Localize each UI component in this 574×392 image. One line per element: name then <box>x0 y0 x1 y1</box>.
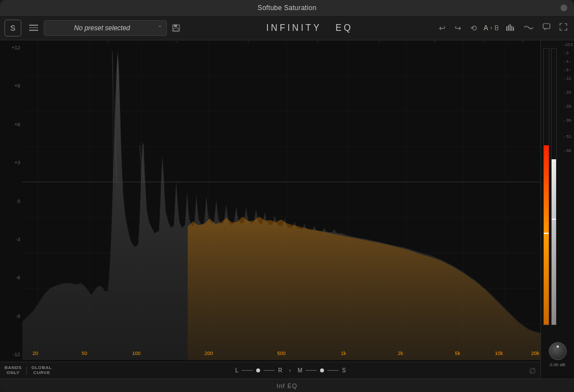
svg-text:+: + <box>247 40 250 45</box>
freq-label-200: 200 <box>205 351 213 356</box>
db-label-12: +12 <box>0 45 22 50</box>
svg-rect-2 <box>174 28 178 31</box>
vu-scale-0: - 0 <box>564 51 573 55</box>
lr-ms-controls: L R › M S <box>57 367 525 373</box>
preset-selector[interactable]: No preset selected ⌃ <box>44 20 167 36</box>
bands-only-label2: ONLY <box>7 371 20 376</box>
eq-display[interactable]: +12 +9 +6 +3 0 -3 -6 -9 -12 <box>0 40 540 379</box>
spectrum-canvas: + + + + + + + + <box>22 40 540 360</box>
ab-b-label: B <box>494 24 499 32</box>
window-frame: Softube Saturation S No preset selected … <box>0 0 574 392</box>
expand-button[interactable] <box>557 22 570 34</box>
vu-peak-right <box>552 219 557 220</box>
freq-label-50: 50 <box>82 351 87 356</box>
title-bar: Softube Saturation <box>0 0 574 16</box>
svg-text:+: + <box>106 40 109 45</box>
undo-button[interactable]: ↩ <box>437 22 448 34</box>
window-title: Softube Saturation <box>258 4 317 12</box>
ab-arrow-icon: › <box>490 25 492 31</box>
ab-a-label: A <box>484 24 488 32</box>
ms-line-left <box>305 370 317 371</box>
stereo-button[interactable] <box>521 22 536 34</box>
global-curve-button[interactable]: GLOBAL CURVE <box>31 366 52 376</box>
svg-text:+: + <box>378 40 381 45</box>
toolbar-right: ↩ ↪ ⟲ A › B <box>437 22 570 34</box>
db-label-m9: -9 <box>0 313 22 319</box>
vu-bar-right <box>551 48 557 325</box>
svg-text:+: + <box>433 40 436 45</box>
svg-text:+: + <box>316 40 320 45</box>
lr-line-right <box>263 370 275 371</box>
freq-label-20: 20 <box>33 351 38 356</box>
ms-line-right <box>327 370 339 371</box>
db-label-6: +6 <box>0 122 22 127</box>
preset-arrow-icon: ⌃ <box>158 25 162 31</box>
plugin-name-bottom: Inf EQ <box>276 382 297 389</box>
db-label-3: +3 <box>0 160 22 165</box>
freq-label-5k: 5k <box>455 351 460 356</box>
vu-fill-left <box>544 145 549 325</box>
ms-s-label: S <box>342 367 346 373</box>
bands-only-button[interactable]: BANDS ONLY <box>4 366 22 376</box>
analyzer-button[interactable] <box>503 22 517 34</box>
bottom-divider1 <box>26 366 27 375</box>
freq-label-500: 500 <box>277 351 285 356</box>
save-button[interactable] <box>169 21 183 35</box>
vu-peak-left <box>544 233 549 234</box>
preset-name: No preset selected <box>49 24 155 32</box>
bypass-icon[interactable]: ∅ <box>529 366 536 375</box>
vu-knob-area: 0.00 dB <box>544 342 572 367</box>
svg-rect-7 <box>513 27 514 31</box>
redo-button[interactable]: ↪ <box>452 22 464 34</box>
window-control-button[interactable] <box>561 4 567 11</box>
db-label-9: +9 <box>0 83 22 89</box>
lr-line-left <box>242 370 253 371</box>
vu-scale-20: - 20- <box>564 90 573 94</box>
main-area: +12 +9 +6 +3 0 -3 -6 -9 -12 <box>0 40 574 379</box>
vu-scale-m10-5: -10.5 <box>564 43 573 47</box>
chat-button[interactable] <box>540 22 553 34</box>
db-labels: +12 +9 +6 +3 0 -3 -6 -9 -12 <box>0 40 22 362</box>
vu-scale-4: - 4 - <box>564 59 573 63</box>
lr-knob[interactable] <box>256 368 260 372</box>
vu-bar-left <box>543 48 549 325</box>
vu-scale-36: - 36- <box>564 118 573 122</box>
global-curve-label2: CURVE <box>33 371 50 376</box>
svg-rect-4 <box>508 25 509 31</box>
freq-label-100: 100 <box>132 351 141 356</box>
vu-db-value: 0.00 dB <box>550 362 566 367</box>
ms-knob[interactable] <box>320 368 324 372</box>
vu-scale-8: - 8 - <box>564 68 573 72</box>
vu-scale-68: - 68- <box>564 149 573 153</box>
ab-compare[interactable]: A › B <box>484 24 499 32</box>
infinity-eq-text: INFINITY EQ <box>266 23 353 33</box>
vu-bars <box>543 48 557 325</box>
freq-label-2k: 2k <box>398 351 404 356</box>
svg-rect-3 <box>506 26 507 31</box>
vu-scale-12: - 12- <box>564 76 573 80</box>
link-button[interactable]: ⟲ <box>468 22 479 34</box>
window-title-bottom: Inf EQ <box>0 379 574 392</box>
vu-scale-52: - 52- <box>564 135 573 139</box>
freq-label-row: 20 50 100 200 500 1k 2k 5k 10k 20k <box>22 351 540 361</box>
toolbar: S No preset selected ⌃ INFINITY EQ ↩ ↪ ⟲… <box>0 16 574 40</box>
freq-label-1k: 1k <box>341 351 346 356</box>
db-label-m6: -6 <box>0 275 22 280</box>
db-label-m3: -3 <box>0 237 22 242</box>
vu-scale-28: - 28- <box>564 104 573 108</box>
vu-meter-panel: -10.5 - 0 - 4 - - 8 - - 12- - 20- - 28- … <box>540 40 574 379</box>
freq-label-10k: 10k <box>495 351 503 356</box>
svg-rect-1 <box>174 25 177 27</box>
vu-gain-knob[interactable] <box>549 342 567 360</box>
svg-text:+: + <box>521 40 525 45</box>
ms-arrow: › <box>289 367 291 373</box>
menu-icon[interactable] <box>26 20 41 36</box>
db-label-m12: -12 <box>0 352 22 357</box>
vu-fill-right <box>552 159 557 325</box>
svg-text:+: + <box>483 40 486 45</box>
lr-l-label: L <box>235 367 239 373</box>
ms-m-label: M <box>298 367 302 373</box>
svg-text:+: + <box>175 40 178 45</box>
plugin-logo: INFINITY EQ <box>185 23 434 33</box>
softube-logo: S <box>4 20 21 36</box>
